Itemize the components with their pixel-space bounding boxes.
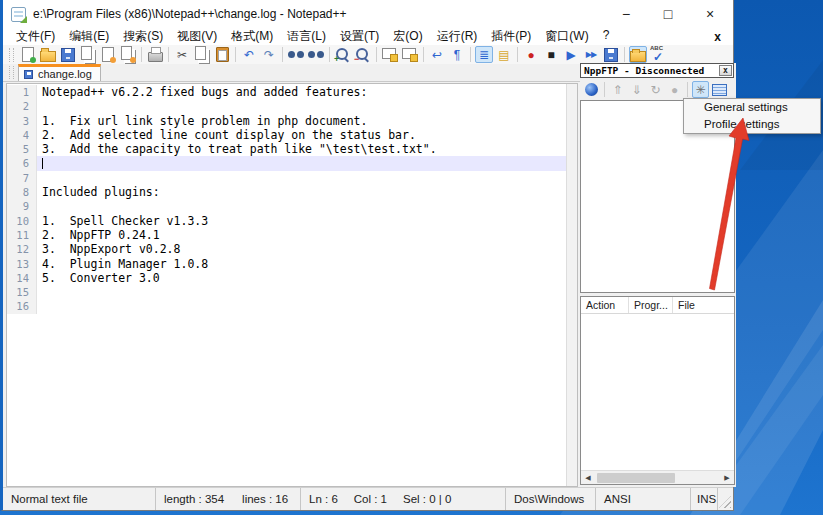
close-all-icon[interactable] [119,46,137,63]
toolbar-separator [470,47,471,62]
connect-icon[interactable] [583,81,600,98]
menu-item-plugins[interactable]: 插件(P) [484,27,538,46]
line-number: 2 [7,99,37,113]
toolbar-separator [604,82,605,97]
zoom-out-icon[interactable]: − [354,46,372,63]
minimize-button[interactable]: − [605,0,647,28]
status-lines: lines : 16 [242,493,288,505]
scrollbar-thumb[interactable] [597,473,675,483]
messages-window-icon[interactable] [711,81,728,98]
saved-file-icon [24,70,33,79]
queue-col-action[interactable]: Action [581,297,629,313]
window-title: e:\Program Files (x86)\Notepad++\change.… [33,7,347,21]
doc-switcher-icon[interactable] [629,46,647,63]
redo-icon[interactable]: ↷ [260,46,278,63]
nppftp-close-icon[interactable]: x [719,65,732,76]
open-file-icon[interactable] [39,46,57,63]
settings-gear-icon[interactable]: ✳ [692,81,709,98]
maximize-button[interactable]: □ [647,0,689,28]
editor-line[interactable]: 112. NppFTP 0.24.1 [7,228,566,242]
queue-horizontal-scrollbar[interactable]: ◀ ▶ [581,470,734,484]
function-list-icon[interactable]: ▤ [495,46,513,63]
line-text: 5. Converter 3.0 [37,271,566,285]
editor-line[interactable]: 15 [7,285,566,299]
line-number: 14 [7,271,37,285]
menu-item-format[interactable]: 格式(M) [224,27,280,46]
line-number: 10 [7,214,37,228]
show-all-chars-icon[interactable]: ¶ [448,46,466,63]
menu-item-macro[interactable]: 宏(O) [386,27,429,46]
save-all-icon[interactable] [79,46,97,63]
line-number: 11 [7,228,37,242]
sync-horizontal-icon[interactable] [401,46,419,63]
editor-line[interactable]: 42. Add selected line count display on t… [7,128,566,142]
editor-line[interactable]: 134. Plugin Manager 1.0.8 [7,257,566,271]
macro-stop-icon[interactable]: ■ [542,46,560,63]
tab-change-log[interactable]: change.log [18,64,101,81]
line-number: 3 [7,114,37,128]
editor-line[interactable]: 123. NppExport v0.2.8 [7,242,566,256]
line-text [37,199,566,213]
editor-line[interactable]: 145. Converter 3.0 [7,271,566,285]
spell-check-icon[interactable]: ✓ [649,46,667,63]
editor-line[interactable]: 8Included plugins: [7,185,566,199]
close-button[interactable]: × [689,0,731,28]
resize-grip[interactable] [718,488,733,510]
editor-vertical-scrollbar[interactable] [566,84,577,486]
menu-item-language[interactable]: 语言(L) [280,27,333,46]
editor-line[interactable]: 31. Fix url link style problem in php do… [7,114,566,128]
macro-record-icon[interactable]: ● [522,46,540,63]
refresh-icon[interactable]: ↻ [647,81,664,98]
editor-line[interactable]: 6 [7,156,566,170]
indent-guide-icon[interactable]: ≣ [475,46,493,63]
menu-item-view[interactable]: 视图(V) [170,27,224,46]
print-icon[interactable] [146,46,164,63]
editor-line[interactable]: 101. Spell Checker v1.3.3 [7,214,566,228]
close-file-icon[interactable] [99,46,117,63]
find-icon[interactable] [287,46,305,63]
menu-item-run[interactable]: 运行(R) [430,27,485,46]
queue-col-file[interactable]: File [673,297,734,313]
scroll-right-icon[interactable]: ▶ [720,474,734,482]
menu-item-edit[interactable]: 编辑(E) [62,27,116,46]
editor-line[interactable]: 1Notepad++ v6.2.2 fixed bugs and added f… [7,85,566,99]
save-icon[interactable] [59,46,77,63]
copy-icon[interactable] [193,46,211,63]
upload-icon[interactable]: ⇑ [609,81,626,98]
editor-line[interactable]: 2 [7,99,566,113]
editor-line[interactable]: 9 [7,199,566,213]
sync-vertical-icon[interactable] [381,46,399,63]
menu-item-general-settings[interactable]: General settings [684,99,820,116]
scroll-left-icon[interactable]: ◀ [581,474,595,482]
menu-item-settings[interactable]: 设置(T) [333,27,386,46]
editor-line[interactable]: 53. Add the capacity to treat path like … [7,142,566,156]
paste-icon[interactable] [213,46,231,63]
line-number: 6 [7,156,37,170]
editor-line[interactable]: 16 [7,299,566,313]
cut-icon[interactable]: ✂ [173,46,191,63]
macro-play-icon[interactable]: ▶ [562,46,580,63]
status-encoding[interactable]: ANSI [596,488,691,510]
macro-save-icon[interactable] [602,46,620,63]
menu-item-help[interactable]: ? [596,27,617,46]
menu-item-window[interactable]: 窗口(W) [538,27,595,46]
macro-run-multiple-icon[interactable]: ▶▶ [582,46,600,63]
menu-item-search[interactable]: 搜索(S) [116,27,170,46]
abort-icon[interactable]: ● [666,81,683,98]
zoom-in-icon[interactable]: + [334,46,352,63]
line-number: 12 [7,242,37,256]
undo-icon[interactable]: ↶ [240,46,258,63]
menu-item-file[interactable]: 文件(F) [9,27,62,46]
replace-icon[interactable] [307,46,325,63]
menu-item-profile-settings[interactable]: Profile settings [684,116,820,133]
status-insert-mode[interactable]: INS [691,488,718,510]
download-icon[interactable]: ⇓ [628,81,645,98]
line-text: 3. NppExport v0.2.8 [37,242,566,256]
word-wrap-icon[interactable]: ↩ [428,46,446,63]
editor-line[interactable]: 7 [7,171,566,185]
status-eol-format[interactable]: Dos\Windows [506,488,596,510]
new-file-icon[interactable] [19,46,37,63]
queue-col-progress[interactable]: Progr... [629,297,673,313]
menubar-close-icon[interactable]: x [714,30,721,44]
editor-pane[interactable]: 1Notepad++ v6.2.2 fixed bugs and added f… [6,83,578,487]
